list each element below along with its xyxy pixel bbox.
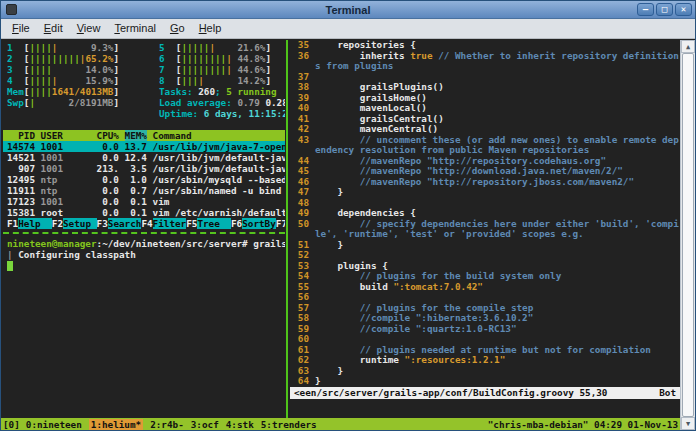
scrollbar-thumb[interactable] (682, 53, 694, 417)
window-controls: – □ ✕ (637, 3, 692, 16)
vim-line-number: 35 (292, 40, 309, 51)
vim-line: 39 grailsHome() (290, 93, 680, 104)
vim-line-number: 43 (292, 135, 309, 146)
vim-line-number: 55 (292, 282, 309, 293)
vim-line: 41 grailsCentral() (290, 114, 680, 125)
vim-line: 46 //mavenRepo "http://repository.jboss.… (290, 177, 680, 188)
tmux-status-right: "chris-mba-debian" 04:29 01-Nov-13 (488, 419, 678, 430)
vim-line: 43 // uncomment these (or add new ones) … (290, 135, 680, 146)
vim-line: 56 (290, 292, 680, 303)
grails-spinner: | (7, 249, 18, 260)
htop-function-key-bar: F1Help F2Setup F3SearchF4FilterF5Tree F6… (3, 218, 285, 229)
vim-line: 48 (290, 198, 680, 209)
tmux-window-2-r4b-: 2:r4b- (150, 419, 184, 430)
tmux-panes: 1 [||||| 9.3%]5 [|||||| 21.6%]2 [|||||||… (1, 40, 680, 418)
shell-user-host: nineteen@manager (7, 238, 97, 249)
htop-meter: Mem[||||1641/4013MB] (3, 86, 155, 97)
scroll-up-icon[interactable]: ▲ (681, 40, 695, 53)
window-title: Terminal (1, 4, 695, 16)
vim-line: 51 } (290, 240, 680, 251)
process-row[interactable]: 14574 1001 0.0 13.7 /usr/lib/jvm/java-7-… (3, 141, 285, 152)
scrollbar[interactable]: ▲ ▼ (680, 40, 695, 430)
process-row[interactable]: 12495 ntp 0.0 1.0 /usr/sbin/mysqld --bas… (3, 174, 285, 185)
process-row[interactable]: 11911 ntp 0.0 0.7 /usr/sbin/named -u bin… (3, 185, 285, 196)
scroll-down-icon[interactable]: ▼ (681, 417, 695, 430)
vim-line: 62 runtime ":resources:1.2.1" (290, 355, 680, 366)
vim-line-number: 40 (292, 103, 309, 114)
htop-meter: 5 [|||||| 21.6%] (155, 42, 285, 53)
close-button[interactable]: ✕ (675, 3, 692, 16)
shell-path: ~/dev/nineteen/src/server (102, 238, 242, 249)
process-row[interactable]: 907 1001 213. 3.5 /usr/lib/jvm/default-j… (3, 163, 285, 174)
tmux-session-name: [0] (3, 419, 20, 430)
terminal-content: 1 [||||| 9.3%]5 [|||||| 21.6%]2 [|||||||… (1, 40, 695, 430)
vim-line-number: 45 (292, 166, 309, 177)
vim-line: endency resolution from public Maven rep… (290, 145, 680, 156)
vim-line-number: 39 (292, 93, 309, 104)
fkey-f7: F7 (276, 218, 285, 229)
grails-status-text: Configuring classpath (18, 249, 136, 260)
vim-line: 44 //mavenRepo "http://repository.codeha… (290, 156, 680, 167)
process-row[interactable]: 17123 1001 0.0 0.1 vim (3, 196, 285, 207)
vim-filename: <een/src/server/grails-app/conf/BuildCon… (294, 387, 607, 399)
menu-file[interactable]: File (5, 19, 37, 38)
vim-line-number: 64 (292, 376, 309, 387)
vim-line-number: 63 (292, 366, 309, 377)
maximize-button[interactable]: □ (656, 3, 673, 16)
menu-edit[interactable]: Edit (37, 19, 70, 38)
tmux-horizontal-divider[interactable] (3, 232, 285, 234)
htop-meter: 4 [||||| 15.9%] (3, 75, 155, 86)
terminal-window: Terminal – □ ✕ FileEditViewTerminalGoHel… (0, 0, 696, 431)
vim-line-number: 54 (292, 271, 309, 282)
htop-meter: 8 [|||| 14.2%] (155, 75, 285, 86)
vim-statusline: <een/src/server/grails-app/conf/BuildCon… (290, 387, 680, 399)
vim-line: 37 (290, 72, 680, 83)
vim-pane[interactable]: 35 repositories {36 inherits true // Whe… (290, 40, 680, 418)
htop-text-row: Uptime: 6 days, 11:15:24 (155, 108, 285, 119)
htop-meter: Swp[| 2/8191MB] (3, 97, 155, 108)
vim-line: 53 plugins { (290, 261, 680, 272)
process-row[interactable]: 15381 root 0.0 0.1 vim /etc/varnish/defa… (3, 207, 285, 218)
shell-pane[interactable]: nineteen@manager:~/dev/nineteen/src/serv… (3, 238, 285, 271)
process-table: 14574 1001 0.0 13.7 /usr/lib/jvm/java-7-… (3, 141, 285, 218)
htop-meters: 1 [||||| 9.3%]5 [|||||| 21.6%]2 [|||||||… (3, 42, 285, 119)
vim-line-number: 44 (292, 156, 309, 167)
vim-position-indicator: Bot (659, 387, 676, 399)
fkey-f5: F5 (186, 218, 197, 229)
menu-view[interactable]: View (70, 19, 108, 38)
minimize-button[interactable]: – (637, 3, 654, 16)
fkey-f2: F2 (52, 218, 63, 229)
vim-line-number: 57 (292, 303, 309, 314)
vim-line: 50 // specify dependencies here under ei… (290, 219, 680, 230)
vim-line-number: 41 (292, 114, 309, 125)
menu-terminal[interactable]: Terminal (107, 19, 163, 38)
vim-line-number: 58 (292, 313, 309, 324)
vim-line-number: 36 (292, 51, 309, 62)
vim-line: 64} (290, 376, 680, 387)
vim-line: 60 (290, 334, 680, 345)
vim-line-number: 46 (292, 177, 309, 188)
fkey-f4: F4 (141, 218, 152, 229)
tmux-window-4-stk: 4:stk (226, 419, 254, 430)
shell-output-line: | Configuring classpath (3, 249, 285, 260)
vim-line-number: 52 (292, 250, 309, 261)
vim-line: 38 grailsPlugins() (290, 82, 680, 93)
menu-go[interactable]: Go (163, 19, 192, 38)
process-row[interactable]: 14521 1001 0.0 12.4 /usr/lib/jvm/default… (3, 152, 285, 163)
htop-text-row: Load average: 0.79 0.28 (155, 97, 285, 108)
titlebar[interactable]: Terminal – □ ✕ (1, 1, 695, 19)
htop-meter: 7 [||||||||| 44.6%] (155, 64, 285, 75)
menu-help[interactable]: Help (192, 19, 229, 38)
vim-line-number: 38 (292, 82, 309, 93)
vim-line-number: 49 (292, 208, 309, 219)
htop-meter: 1 [||||| 9.3%] (3, 42, 155, 53)
vim-line: 47 } (290, 187, 680, 198)
shell-command: grails (253, 238, 285, 249)
vim-line-number: 51 (292, 240, 309, 251)
htop-meter: 2 [||||||||||65.2%] (3, 53, 155, 64)
tmux-vertical-divider[interactable] (286, 40, 288, 418)
vim-line-number: 61 (292, 345, 309, 356)
vim-line: 40 mavenLocal() (290, 103, 680, 114)
fkey-f6: F6 (231, 218, 242, 229)
htop-pane[interactable]: 1 [||||| 9.3%]5 [|||||| 21.6%]2 [|||||||… (3, 40, 285, 229)
